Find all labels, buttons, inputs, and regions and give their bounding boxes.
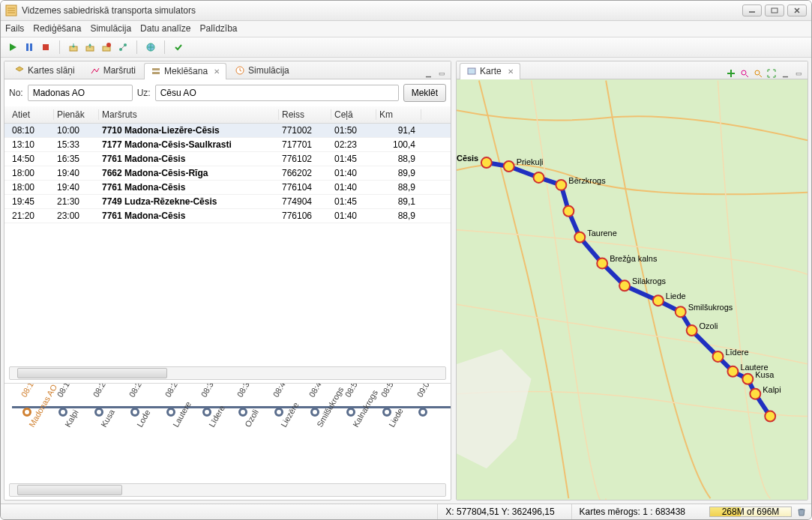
map-stop-icon[interactable] bbox=[727, 366, 738, 377]
col-depart[interactable]: Atiet bbox=[9, 109, 54, 120]
map-stop-icon[interactable] bbox=[481, 157, 492, 168]
data-refresh-icon[interactable] bbox=[99, 40, 114, 55]
timeline-stop[interactable]: 08:10Madonas AO bbox=[9, 390, 45, 417]
map-stop-icon[interactable] bbox=[750, 389, 760, 399]
timeline-stop[interactable]: 08:35Ozoli bbox=[225, 390, 261, 417]
timeline-stop[interactable]: 08:42Liezēre bbox=[261, 390, 297, 417]
tab-close-icon[interactable]: ✕ bbox=[508, 67, 514, 76]
table-hscrollbar[interactable] bbox=[9, 366, 446, 380]
pane-maximize-icon[interactable]: ▭ bbox=[436, 68, 448, 79]
timeline-hscrollbar[interactable] bbox=[9, 483, 446, 497]
data-export-icon[interactable] bbox=[82, 40, 97, 55]
menu-edit[interactable]: Rediģēšana bbox=[33, 23, 81, 34]
menu-file[interactable]: Fails bbox=[5, 23, 24, 34]
table-row[interactable]: 08:1010:007710 Madona-Liezēre-Cēsis77100… bbox=[4, 124, 451, 138]
stop-icon[interactable] bbox=[38, 40, 53, 55]
minimize-button[interactable] bbox=[742, 4, 762, 16]
timeline-stop[interactable]: 08:14Kalpi bbox=[45, 390, 81, 417]
tab-layers[interactable]: Kartes slāņi bbox=[7, 62, 82, 79]
to-input[interactable] bbox=[155, 85, 399, 101]
timeline-stop[interactable]: 09:06 bbox=[405, 390, 441, 417]
stop-dot-icon bbox=[382, 408, 391, 417]
map-stop-icon[interactable] bbox=[574, 232, 585, 243]
play-icon[interactable] bbox=[5, 40, 20, 55]
svg-rect-4 bbox=[26, 43, 28, 51]
pause-icon[interactable] bbox=[22, 40, 37, 55]
close-button[interactable] bbox=[787, 4, 807, 16]
trash-icon[interactable] bbox=[796, 507, 807, 517]
search-button[interactable]: Meklēt bbox=[403, 84, 446, 102]
map-stop-icon[interactable] bbox=[676, 306, 686, 317]
timeline-stop[interactable]: 08:23Lode bbox=[117, 390, 153, 417]
stop-time: 08:30 bbox=[199, 383, 217, 399]
map-stop-icon[interactable] bbox=[534, 172, 544, 183]
cell-depart: 08:10 bbox=[9, 125, 54, 136]
table-row[interactable]: 21:2023:007761 Madona-Cēsis77610601:4088… bbox=[4, 209, 451, 223]
menu-data-analysis[interactable]: Datu analīze bbox=[140, 23, 190, 34]
col-km[interactable]: Km bbox=[376, 109, 421, 120]
cell-route: 7761 Madona-Cēsis bbox=[99, 154, 279, 164]
zoom-in-icon[interactable] bbox=[739, 68, 751, 79]
routes-icon bbox=[90, 65, 100, 76]
svg-rect-17 bbox=[152, 72, 160, 74]
col-arrive[interactable]: Pienāk bbox=[54, 109, 99, 120]
table-row[interactable]: 18:0019:407662 Madona-Cēsis-Rīga76620201… bbox=[4, 166, 451, 181]
pane-minimize-icon[interactable]: ▁ bbox=[779, 68, 791, 79]
col-trip[interactable]: Reiss bbox=[279, 109, 331, 120]
timeline-stop[interactable]: 08:26Lautere bbox=[153, 390, 189, 417]
menu-simulation[interactable]: Simulācija bbox=[90, 23, 131, 34]
tab-map[interactable]: Karte ✕ bbox=[460, 63, 520, 79]
graph-icon[interactable] bbox=[115, 40, 130, 55]
col-duration[interactable]: Ceļā bbox=[331, 109, 376, 120]
menu-help[interactable]: Palīdzība bbox=[199, 23, 237, 34]
cell-arrive: 19:40 bbox=[54, 182, 99, 193]
data-import-icon[interactable] bbox=[66, 40, 81, 55]
left-tabs: Kartes slāņi Maršruti Meklēšana ✕ Simulā… bbox=[4, 61, 451, 79]
tab-simulation[interactable]: Simulācija bbox=[228, 62, 296, 79]
map-stop-label: Cēsis bbox=[457, 154, 478, 163]
table-row[interactable]: 14:5016:357761 Madona-Cēsis77610201:4588… bbox=[4, 152, 451, 166]
timeline-stop[interactable]: 08:47Smilšukrogs bbox=[297, 390, 333, 417]
pane-maximize-icon[interactable]: ▭ bbox=[793, 68, 805, 79]
pane-minimize-icon[interactable]: ▁ bbox=[422, 68, 434, 79]
statusbar: X: 577804,51 Y: 362496,15 Kartes mērogs:… bbox=[1, 504, 811, 519]
pan-icon[interactable] bbox=[725, 68, 737, 79]
cell-arrive: 15:33 bbox=[54, 139, 99, 150]
cell-duration: 01:40 bbox=[331, 182, 376, 193]
globe-icon[interactable] bbox=[143, 40, 158, 55]
timeline-stop[interactable]: 08:54Kalnakrogs bbox=[333, 390, 369, 417]
memory-gauge: 268M of 696M bbox=[709, 507, 792, 517]
map-stop-icon[interactable] bbox=[597, 258, 607, 268]
cell-arrive: 19:40 bbox=[54, 168, 99, 178]
timeline-stop[interactable]: 08:30Līdere bbox=[189, 390, 225, 417]
table-row[interactable]: 19:4521:307749 Ludza-Rēzekne-Cēsis774904… bbox=[4, 195, 451, 209]
stop-time: 08:59 bbox=[379, 383, 397, 399]
cell-route: 7749 Ludza-Rēzekne-Cēsis bbox=[99, 196, 279, 207]
col-route[interactable]: Maršruts bbox=[99, 109, 279, 120]
table-row[interactable]: 18:0019:407761 Madona-Cēsis77610401:4088… bbox=[4, 181, 451, 195]
map-stop-icon[interactable] bbox=[556, 180, 566, 190]
map-stop-icon[interactable] bbox=[742, 374, 753, 384]
maximize-button[interactable] bbox=[765, 4, 784, 16]
clock-icon bbox=[235, 65, 245, 76]
stop-dot-icon bbox=[22, 408, 31, 417]
from-input[interactable] bbox=[28, 85, 133, 101]
map-stop-icon[interactable] bbox=[563, 206, 574, 217]
map-stop-icon[interactable] bbox=[653, 295, 664, 306]
table-row[interactable]: 13:1015:337177 Madona-Cēsis-Saulkrasti71… bbox=[4, 138, 451, 152]
zoom-out-icon[interactable] bbox=[752, 68, 764, 79]
map-canvas[interactable]: CēsisPriekuļiBērzkrogsTaureneBrežģa kaln… bbox=[457, 79, 808, 500]
timeline-stop[interactable]: 08:20Kusa bbox=[81, 390, 117, 417]
timeline-stop[interactable]: 08:59Liede bbox=[369, 390, 405, 417]
map-stop-icon[interactable] bbox=[687, 325, 697, 336]
tab-routes[interactable]: Maršruti bbox=[83, 62, 142, 79]
cell-duration: 01:50 bbox=[331, 125, 376, 136]
map-stop-icon[interactable] bbox=[765, 411, 775, 422]
tab-close-icon[interactable]: ✕ bbox=[214, 67, 220, 76]
map-stop-icon[interactable] bbox=[619, 280, 630, 291]
map-stop-icon[interactable] bbox=[504, 161, 514, 172]
map-stop-icon[interactable] bbox=[713, 351, 724, 362]
tab-search[interactable]: Meklēšana ✕ bbox=[144, 63, 226, 79]
check-icon[interactable] bbox=[171, 40, 186, 55]
fullscreen-icon[interactable] bbox=[766, 68, 778, 79]
